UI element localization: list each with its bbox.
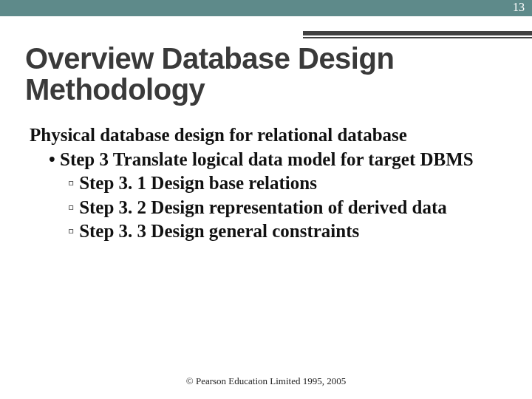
slide: 13 Overview Database Design Methodology …	[0, 0, 532, 399]
slide-title: Overview Database Design Methodology	[25, 43, 502, 105]
subbullet-1: Step 3. 1 Design base relations	[30, 172, 502, 195]
subbullet-3: Step 3. 3 Design general constraints	[30, 220, 502, 243]
top-accent-bar: 13	[0, 0, 532, 16]
page-number: 13	[513, 1, 525, 14]
subbullet-2: Step 3. 2 Design representation of deriv…	[30, 197, 502, 219]
bullet-step3: Step 3 Translate logical data model for …	[30, 149, 502, 171]
accent-line-thin	[303, 37, 532, 38]
accent-lines	[303, 31, 532, 38]
accent-line-thick	[303, 31, 532, 35]
section-heading: Physical database design for relational …	[30, 124, 502, 147]
footer-copyright: © Pearson Education Limited 1995, 2005	[0, 375, 532, 387]
slide-body: Physical database design for relational …	[30, 124, 502, 245]
